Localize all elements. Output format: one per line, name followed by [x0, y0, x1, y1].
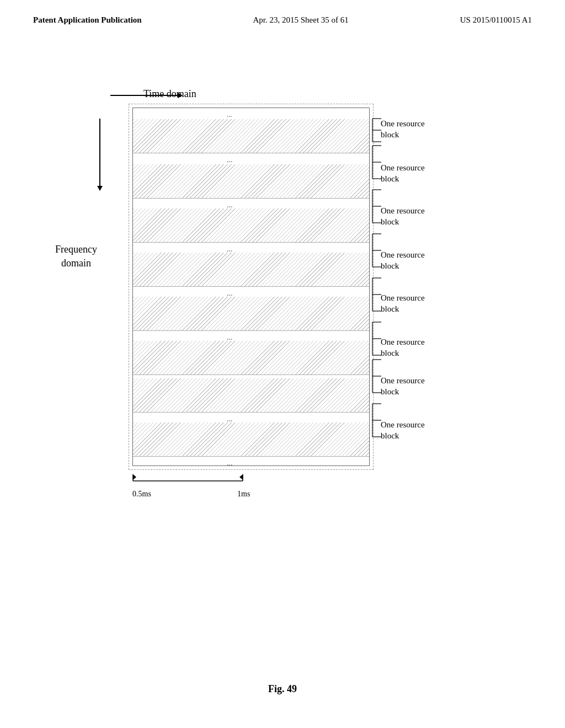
time-domain-label: Time domain: [143, 88, 196, 100]
bracket-1: [371, 108, 382, 143]
time-brace-svg: [132, 474, 248, 490]
block-label-8: One resourceblock: [381, 420, 425, 441]
block-label-3: One resourceblock: [381, 206, 425, 227]
svg-marker-36: [239, 474, 243, 480]
resource-block-8: [133, 422, 369, 457]
sheet-info-label: Apr. 23, 2015 Sheet 35 of 61: [253, 15, 349, 25]
publication-type-label: Patent Application Publication: [33, 15, 142, 25]
block-label-4: One resourceblock: [381, 250, 425, 271]
diagram-container: Time domain Frequencydomain ... ... ... …: [55, 88, 519, 540]
resource-block-7: [133, 378, 369, 413]
resource-block-4: [133, 253, 369, 287]
resource-block-6: [133, 341, 369, 375]
bracket-3: [371, 189, 382, 224]
bracket-7: [371, 358, 382, 394]
time-label-1ms: 1ms: [237, 490, 250, 499]
bracket-8: [371, 403, 382, 438]
bracket-5: [371, 277, 382, 313]
block-label-7: One resourceblock: [381, 376, 425, 397]
resource-block-5: [133, 297, 369, 331]
time-label-half-ms: 0.5ms: [132, 490, 151, 499]
block-label-1: One resourceblock: [381, 119, 425, 140]
svg-marker-35: [133, 474, 136, 480]
resource-block-1: [133, 119, 369, 153]
bracket-4: [371, 233, 382, 269]
top-dots: ...: [227, 110, 232, 119]
frequency-domain-label: Frequencydomain: [55, 243, 97, 270]
grid-box: ... ... ... ... ... ... ... ...: [132, 108, 370, 466]
block-label-6: One resourceblock: [381, 337, 425, 358]
patent-number-label: US 2015/0110015 A1: [460, 15, 532, 25]
dots-2: ...: [227, 156, 233, 164]
block-label-5: One resourceblock: [381, 293, 425, 314]
block-label-2: One resourceblock: [381, 163, 425, 184]
resource-block-2: [133, 164, 369, 199]
bottom-dots: ...: [227, 459, 233, 468]
resource-block-3: [133, 208, 369, 243]
frequency-domain-arrow: [99, 119, 100, 190]
bracket-2: [371, 144, 382, 180]
bracket-6: [371, 321, 382, 357]
figure-caption: Fig. 49: [0, 683, 565, 695]
